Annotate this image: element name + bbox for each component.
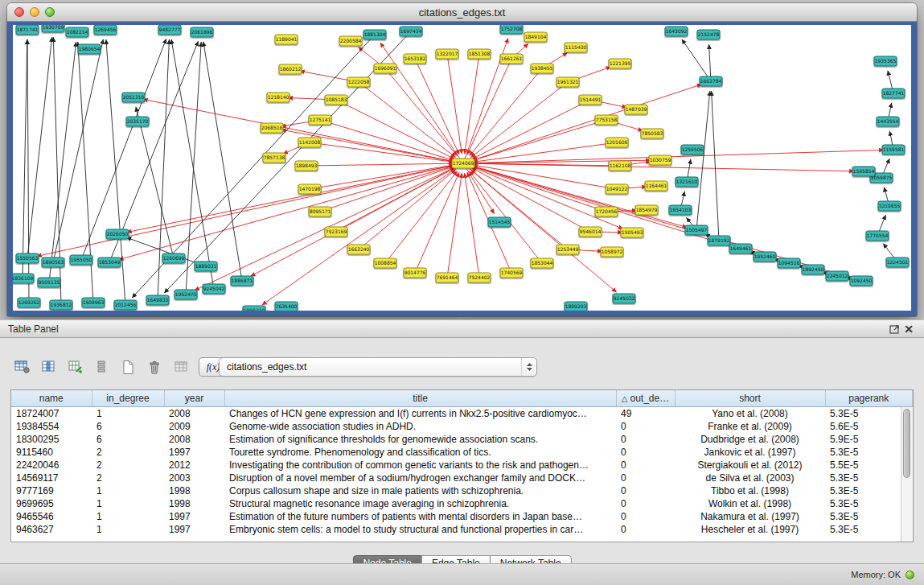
graph-node[interactable]: 1253449 bbox=[556, 245, 580, 255]
graph-node[interactable]: 1980654 bbox=[78, 44, 101, 55]
new-table-icon[interactable] bbox=[119, 358, 137, 376]
graph-node[interactable]: 1092450 bbox=[850, 276, 873, 286]
table-mode-icon[interactable] bbox=[13, 358, 31, 376]
graph-node[interactable]: 1514545 bbox=[488, 217, 511, 228]
graph-node[interactable]: 2245012 bbox=[826, 271, 849, 282]
graph-node[interactable]: 1649461 bbox=[729, 244, 753, 254]
graph-node[interactable]: 1853044 bbox=[531, 258, 554, 269]
graph-node[interactable]: 1505493 bbox=[621, 228, 644, 238]
graph-node[interactable]: 2035170 bbox=[126, 117, 150, 127]
graph-node[interactable]: 1115430 bbox=[565, 43, 588, 53]
graph-node[interactable]: 1443554 bbox=[877, 117, 900, 127]
graph-node[interactable]: 1752708 bbox=[500, 25, 524, 35]
graph-node[interactable]: 1085183 bbox=[325, 95, 348, 105]
delete-table-icon[interactable] bbox=[146, 358, 163, 376]
graph-node[interactable]: 2152478 bbox=[697, 30, 721, 40]
table-row[interactable]: 946362711997Embryonic stem cells: a mode… bbox=[11, 523, 913, 536]
graph-node[interactable]: 1697434 bbox=[400, 27, 423, 37]
graph-node[interactable]: 2068516 bbox=[261, 123, 284, 134]
graph-node[interactable]: 1509963 bbox=[82, 298, 105, 308]
table-row[interactable]: 2242004622012Investigating the contribut… bbox=[11, 459, 913, 472]
graph-node[interactable]: 9245032 bbox=[613, 294, 636, 304]
graph-node[interactable]: 2026050 bbox=[106, 229, 129, 240]
graph-node[interactable]: 1218140 bbox=[267, 93, 290, 103]
graph-node[interactable]: 1269456 bbox=[94, 25, 117, 35]
graph-node[interactable]: 1663240 bbox=[347, 245, 371, 255]
graph-node[interactable]: 7691464 bbox=[436, 273, 459, 283]
import-table-icon[interactable] bbox=[172, 358, 190, 376]
table-row[interactable]: 1938455462009Genome-wide association stu… bbox=[11, 420, 913, 433]
graph-node[interactable]: 1049122 bbox=[606, 184, 629, 195]
graph-node[interactable]: 1889031 bbox=[195, 262, 218, 272]
graph-node[interactable]: 1189041 bbox=[275, 35, 298, 45]
graph-node[interactable]: 1142008 bbox=[298, 138, 322, 148]
table-row[interactable]: 946554611997Estimation of the future num… bbox=[11, 510, 913, 523]
graph-node[interactable]: 1661261 bbox=[500, 54, 524, 64]
column-header-year[interactable]: year bbox=[164, 390, 224, 407]
graph-node[interactable]: 9245042 bbox=[203, 284, 226, 295]
graph-node[interactable]: 7523169 bbox=[325, 227, 348, 237]
close-panel-icon[interactable]: ✕ bbox=[901, 323, 916, 336]
graph-node[interactable]: 1851308 bbox=[468, 49, 491, 60]
row-height-icon[interactable] bbox=[92, 358, 110, 376]
graph-node[interactable]: 7850583 bbox=[641, 129, 664, 139]
graph-node[interactable]: 9546014 bbox=[579, 227, 602, 237]
graph-node[interactable]: 1890563 bbox=[42, 257, 65, 268]
window-titlebar[interactable]: citations_edges.txt bbox=[7, 3, 917, 22]
graph-node[interactable]: 7635400 bbox=[275, 302, 298, 311]
graph-node[interactable]: 1955050 bbox=[70, 255, 93, 266]
graph-node[interactable]: 7524402 bbox=[468, 273, 491, 283]
graph-node[interactable]: 9482777 bbox=[158, 25, 182, 35]
table-row[interactable]: 1456911722003Disruption of a novel membe… bbox=[11, 472, 913, 484]
graph-node[interactable]: 1275141 bbox=[309, 115, 332, 126]
graph-node[interactable]: 1860212 bbox=[279, 64, 302, 75]
scrollbar-thumb[interactable] bbox=[903, 409, 910, 478]
graph-node[interactable]: 1961321 bbox=[556, 77, 580, 88]
graph-node[interactable]: 1058972 bbox=[601, 247, 624, 257]
graph-node[interactable]: 1164461 bbox=[645, 181, 668, 192]
table-row[interactable]: 1872400712008Changes of HCN gene express… bbox=[11, 407, 913, 421]
graph-node[interactable]: 1322017 bbox=[436, 49, 459, 60]
graph-node[interactable]: 9014776 bbox=[404, 268, 427, 278]
graph-node[interactable]: 1770554 bbox=[866, 231, 889, 241]
graph-node[interactable]: 1990210 bbox=[243, 306, 266, 311]
column-header-name[interactable]: name bbox=[11, 390, 92, 407]
column-header-pagerank[interactable]: pagerank bbox=[825, 390, 913, 407]
graph-node[interactable]: 1952470 bbox=[175, 290, 198, 300]
graph-node[interactable]: 1550563 bbox=[16, 253, 39, 264]
graph-node[interactable]: 1030759 bbox=[649, 155, 672, 166]
graph-node[interactable]: 1930709 bbox=[42, 25, 65, 33]
graph-node[interactable]: 1938455 bbox=[531, 64, 554, 74]
graph-node[interactable]: 1898493 bbox=[295, 161, 318, 171]
graph-node[interactable]: 1740569 bbox=[500, 268, 524, 278]
vertical-scrollbar[interactable] bbox=[901, 407, 913, 542]
graph-node[interactable]: 1724069 bbox=[452, 159, 475, 169]
graph-node[interactable]: 2200584 bbox=[339, 36, 363, 47]
graph-node[interactable]: 1881304 bbox=[363, 30, 387, 40]
graph-node[interactable]: 1654103 bbox=[669, 205, 692, 216]
graph-node[interactable]: 1871741 bbox=[16, 25, 39, 35]
table-row[interactable]: 1830029562008Estimation of significance … bbox=[11, 433, 913, 446]
graph-node[interactable]: 1720456 bbox=[595, 207, 618, 217]
graph-node[interactable]: 1936812 bbox=[50, 300, 73, 311]
graph-node[interactable]: 1595854 bbox=[852, 167, 876, 177]
column-header-title[interactable]: title bbox=[224, 390, 616, 407]
show-columns-icon[interactable] bbox=[39, 358, 57, 376]
graph-node[interactable]: 1159581 bbox=[882, 145, 906, 155]
graph-node[interactable]: 1892450 bbox=[802, 265, 825, 275]
graph-node[interactable]: 1952460 bbox=[754, 252, 777, 262]
table-row[interactable]: 969969511998Structural magnetic resonanc… bbox=[11, 497, 913, 510]
graph-node[interactable]: 1514491 bbox=[579, 95, 602, 105]
graph-node[interactable]: 1162108 bbox=[609, 161, 632, 171]
graph-node[interactable]: 1653182 bbox=[404, 54, 427, 64]
graph-node[interactable]: 8095171 bbox=[309, 207, 332, 217]
graph-node[interactable]: 1886871 bbox=[231, 276, 254, 286]
graph-node[interactable]: 1082214 bbox=[66, 27, 89, 38]
graph-node[interactable]: 1643092 bbox=[665, 27, 688, 37]
graph-node[interactable]: 1201606 bbox=[606, 138, 629, 148]
minimize-window-icon[interactable] bbox=[30, 7, 39, 17]
float-panel-icon[interactable] bbox=[887, 323, 901, 336]
graph-node[interactable]: 2012456 bbox=[114, 300, 138, 311]
close-window-icon[interactable] bbox=[14, 7, 24, 17]
graph-node[interactable]: 1210655 bbox=[878, 201, 901, 212]
